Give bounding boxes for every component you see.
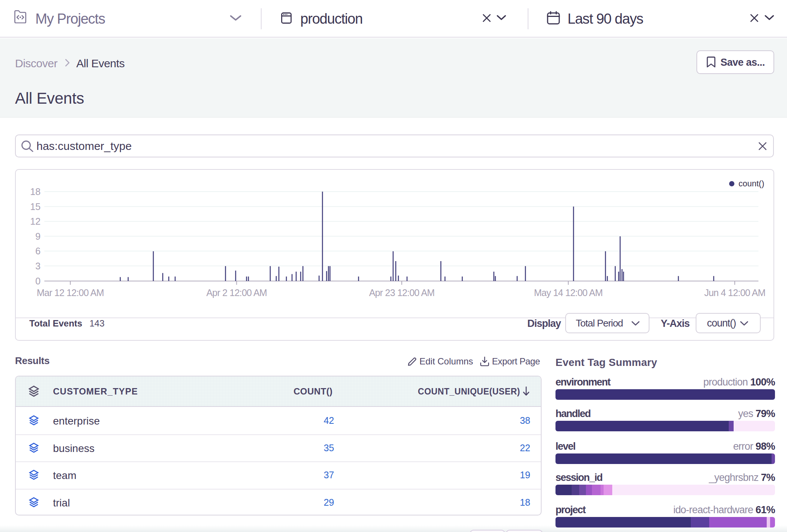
svg-text:15: 15 (30, 201, 41, 212)
svg-text:9: 9 (35, 231, 41, 242)
svg-text:3: 3 (35, 261, 41, 271)
svg-text:Mar 12 12:00 AM: Mar 12 12:00 AM (37, 287, 104, 298)
svg-text:May 14 12:00 AM: May 14 12:00 AM (534, 287, 603, 298)
svg-text:Apr 2 12:00 AM: Apr 2 12:00 AM (206, 287, 267, 298)
svg-text:18: 18 (30, 186, 41, 197)
svg-text:Jun 4 12:00 AM: Jun 4 12:00 AM (704, 287, 766, 298)
svg-text:Apr 23 12:00 AM: Apr 23 12:00 AM (369, 287, 434, 298)
svg-text:count(): count() (739, 179, 764, 188)
svg-text:12: 12 (30, 216, 41, 227)
svg-text:0: 0 (35, 276, 41, 286)
svg-text:6: 6 (35, 246, 41, 256)
